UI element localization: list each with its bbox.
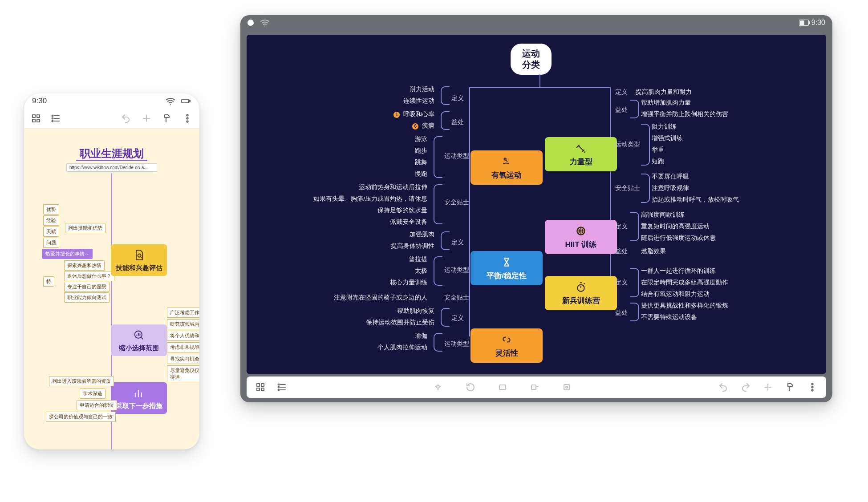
phone-card-2[interactable]: 缩小选择范围 (111, 324, 167, 356)
flex-def[interactable]: 帮助肌肉恢复 (397, 307, 434, 315)
strength-def[interactable]: 提高肌肉力量和耐力 (636, 88, 692, 96)
phone-right-item[interactable]: 尽量避免仅仅根据薪资待遇 (167, 365, 199, 382)
balance-type[interactable]: 核心力量训练 (390, 279, 427, 287)
style-icon[interactable] (784, 381, 796, 393)
list-icon[interactable] (50, 113, 61, 124)
phone-card-1[interactable]: 技能和兴趣评估 (111, 244, 167, 276)
strength-ben[interactable]: 帮助增加肌肉力量 (641, 99, 691, 107)
flex-def[interactable]: 保持运动范围并防止受伤 (366, 319, 434, 327)
phone-card3-left[interactable]: 列出进入该领域所需的资质 (49, 376, 114, 386)
balance-def[interactable]: 加强肌肉 (410, 231, 434, 239)
strength-tip[interactable]: 抬起或推动时呼气，放松时吸气 (652, 196, 739, 204)
svg-point-39 (811, 383, 813, 385)
phone-right-item[interactable]: 研究该领域内工作的多项职责 (167, 319, 199, 329)
strength-type[interactable]: 举重 (652, 146, 664, 154)
branch-bootcamp[interactable]: 新兵训练营 (545, 276, 617, 310)
phone-left-stub[interactable]: 优势 (43, 204, 59, 215)
strength-type[interactable]: 增强式训练 (652, 134, 683, 142)
zoom-in-icon[interactable] (433, 381, 444, 393)
phone-left-stub[interactable]: 天赋 (43, 227, 59, 237)
phone-canvas[interactable]: 职业生涯规划 https://www.wikihow.com/Decide-on… (24, 129, 199, 449)
phone-card-3[interactable]: 采取下一步措施 (111, 382, 167, 414)
balance-type[interactable]: 太极 (415, 267, 427, 275)
aerobic-type[interactable]: 跳舞 (415, 158, 427, 166)
branch-hiit[interactable]: HIIT 训练 (545, 220, 617, 254)
balance-tip[interactable]: 注意附靠在坚固的椅子或身边的人 (334, 294, 427, 302)
phone-right-item[interactable]: 将个人优势和潜在工 (167, 331, 199, 341)
tablet-canvas[interactable]: 运动 分类 有氧运动 定义 耐力活动 连续性运动 益处 1 呼吸和心率 6 疾病 (247, 35, 826, 374)
rotate-icon[interactable] (465, 381, 476, 393)
aerobic-ben[interactable]: 6 疾病 (412, 122, 434, 130)
aerobic-ben[interactable]: 1 呼吸和心率 (393, 110, 434, 118)
balance-type[interactable]: 普拉提 (409, 255, 427, 263)
aerobic-type[interactable]: 游泳 (415, 135, 427, 143)
branch-flex-label: 灵活性 (495, 349, 518, 357)
grid-icon[interactable] (255, 381, 266, 393)
hiit-def[interactable]: 高强度间歇训练 (641, 211, 685, 219)
aerobic-def[interactable]: 耐力活动 (410, 85, 434, 93)
phone-map-url[interactable]: https://www.wikihow.com/Decide-on-a... (66, 163, 157, 172)
phone-right-item[interactable]: 考虑非常规/跨领域工作 (167, 342, 199, 352)
bootcamp-ben[interactable]: 提供更具挑战性和多样化的锻炼 (641, 302, 728, 310)
aerobic-type[interactable]: 跑步 (415, 147, 427, 155)
strength-type[interactable]: 短跑 (652, 158, 664, 166)
phone-left-stub[interactable]: 经验 (43, 215, 59, 226)
phone-right-item[interactable]: 寻找实习机会 (167, 354, 199, 364)
frame-icon[interactable] (497, 381, 508, 393)
phone-card3-left[interactable]: 探公司的价值观与自己的一致 (46, 412, 116, 422)
bootcamp-def[interactable]: 一群人一起进行循环的训练 (641, 267, 716, 275)
phone-left-item[interactable]: 职业能力倾向测试 (64, 292, 110, 303)
add-icon[interactable] (762, 381, 774, 393)
strength-tip[interactable]: 注意呼吸规律 (652, 184, 689, 192)
phone-title-underline (76, 160, 147, 161)
phone-left-item[interactable]: 专注于自己的愿景 (64, 282, 110, 292)
more-icon[interactable] (807, 381, 818, 393)
flex-type[interactable]: 个人肌肉拉伸运动 (377, 344, 427, 352)
phone-right-item[interactable]: 广泛考虑工作领域 (167, 308, 199, 318)
phone-left-item[interactable]: 探索兴趣和热情 (64, 260, 105, 271)
phone-status-bar: 9:30 (24, 93, 199, 109)
hiit-def[interactable]: 重复短时间的高强度运动 (641, 223, 710, 231)
aerobic-tip[interactable]: 运动前热身和运动后拉伸 (359, 183, 427, 191)
strength-ben[interactable]: 增强平衡并防止跌倒相关的伤害 (641, 110, 728, 118)
flex-type[interactable]: 瑜伽 (415, 332, 427, 340)
add-icon[interactable] (141, 113, 152, 124)
strength-type[interactable]: 阻力训练 (652, 123, 677, 131)
phone-card3-left[interactable]: 学术深造 (80, 389, 105, 399)
aerobic-tip[interactable]: 如果有头晕、胸痛/压力或胃灼热，请休息 (313, 195, 427, 203)
hiit-def[interactable]: 随后进行低强度运动或休息 (641, 234, 716, 242)
phone-card3-left[interactable]: 申请适合的职位 (77, 400, 117, 410)
connector (630, 100, 639, 118)
svg-point-41 (811, 389, 813, 391)
branch-balance[interactable]: 平衡/稳定性 (471, 251, 543, 285)
target-icon[interactable] (561, 381, 572, 393)
strength-tip[interactable]: 不要屏住呼吸 (652, 173, 689, 181)
grid-icon[interactable] (30, 113, 42, 124)
undo-icon[interactable] (120, 113, 132, 124)
branch-flex[interactable]: 灵活性 (471, 328, 543, 363)
more-icon[interactable] (182, 113, 193, 124)
bootcamp-def[interactable]: 结合有氧运动和阻力运动 (641, 290, 710, 298)
branch-aerobic[interactable]: 有氧运动 (471, 150, 543, 185)
phone-left-head[interactable]: 热爱并擅长的事情～ (42, 249, 93, 259)
root-node[interactable]: 运动 分类 (511, 44, 552, 75)
balance-type-head: 运动类型 (444, 266, 469, 274)
bootcamp-def[interactable]: 在限定時間完成多組高强度動作 (641, 279, 728, 287)
phone-left-row[interactable]: 特 (43, 276, 54, 287)
phone-left-item[interactable]: 列出技能和优势 (65, 223, 105, 233)
phone-left-stub[interactable]: 问题 (43, 238, 59, 248)
hiit-ben[interactable]: 燃脂效果 (641, 247, 666, 255)
phone-left-item[interactable]: 退休后想做什么事？ (64, 271, 114, 281)
export-icon[interactable] (529, 381, 540, 393)
redo-icon[interactable] (740, 381, 751, 393)
aerobic-type[interactable]: 慢跑 (415, 170, 427, 178)
list-icon[interactable] (276, 381, 288, 393)
style-icon[interactable] (161, 113, 173, 124)
aerobic-def[interactable]: 连续性运动 (403, 97, 434, 105)
aerobic-tip[interactable]: 佩戴安全设备 (390, 218, 427, 226)
branch-strength[interactable]: 力量型 (545, 137, 617, 171)
bootcamp-ben[interactable]: 不需要特殊运动设备 (641, 313, 697, 321)
aerobic-tip[interactable]: 保持足够的饮水量 (377, 206, 427, 215)
balance-def[interactable]: 提高身体协调性 (391, 242, 434, 250)
undo-icon[interactable] (718, 381, 729, 393)
